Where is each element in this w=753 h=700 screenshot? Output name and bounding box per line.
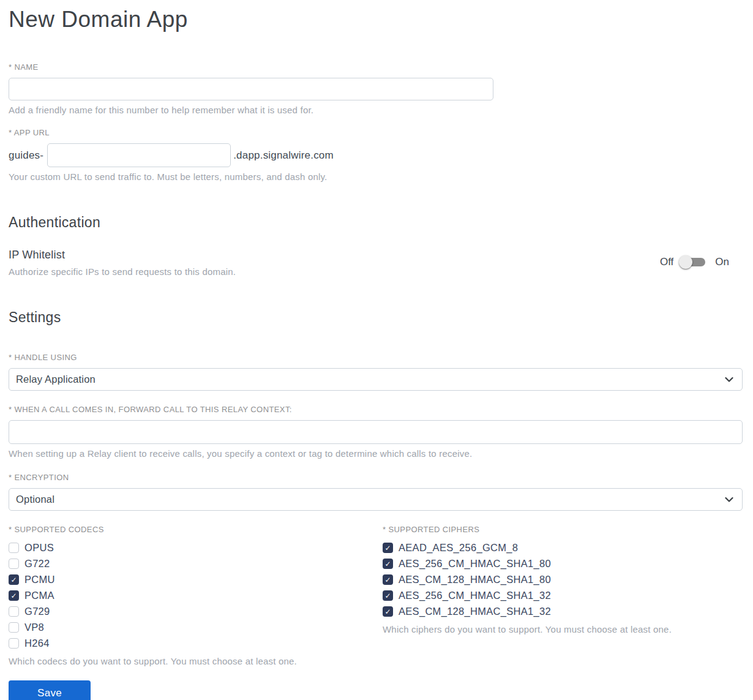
app-url-help-text: Your custom URL to send traffic to. Must…: [9, 171, 743, 182]
supported-ciphers-group: * SUPPORTED CIPHERS ✓AEAD_AES_256_GCM_8✓…: [383, 525, 743, 666]
checkbox-label: G722: [24, 558, 50, 570]
codec-option[interactable]: OPUS: [9, 543, 383, 553]
supported-ciphers-help-text: Which ciphers do you want to support. Yo…: [383, 624, 743, 634]
ip-whitelist-row: IP Whitelist Authorize specific IPs to s…: [9, 249, 743, 277]
checkbox-checked-icon[interactable]: ✓: [9, 574, 19, 585]
supported-codecs-help-text: Which codecs do you want to support. You…: [9, 656, 383, 666]
checkbox-label: PCMA: [24, 590, 54, 601]
encryption-selected-value: Optional: [16, 494, 54, 505]
checkbox-label: VP8: [24, 622, 44, 633]
name-input[interactable]: [9, 78, 493, 100]
page-title: New Domain App: [9, 6, 743, 33]
checkbox-label: AES_256_CM_HMAC_SHA1_80: [399, 558, 551, 570]
codec-option[interactable]: ✓PCMA: [9, 590, 383, 601]
save-button[interactable]: Save: [9, 680, 91, 700]
toggle-thumb[interactable]: [679, 255, 692, 269]
relay-context-label: * WHEN A CALL COMES IN, FORWARD CALL TO …: [9, 405, 743, 414]
settings-heading: Settings: [9, 309, 743, 326]
handle-using-field-group: * HANDLE USING Relay Application: [9, 353, 743, 391]
checkbox-label: OPUS: [24, 542, 54, 554]
name-help-text: Add a friendly name for this number to h…: [9, 105, 743, 115]
codecs-checklist: OPUSG722✓PCMU✓PCMAG729VP8H264: [9, 543, 383, 649]
codec-option[interactable]: G729: [9, 606, 383, 617]
checkbox-unchecked-icon[interactable]: [9, 543, 19, 553]
relay-context-input[interactable]: [9, 420, 743, 444]
ip-whitelist-label: IP Whitelist: [9, 249, 236, 262]
ip-whitelist-text: IP Whitelist Authorize specific IPs to s…: [9, 249, 236, 277]
cipher-option[interactable]: ✓AES_CM_128_HMAC_SHA1_80: [383, 574, 743, 585]
ip-whitelist-description: Authorize specific IPs to send requests …: [9, 266, 236, 277]
app-url-field-group: * APP URL guides- .dapp.signalwire.com Y…: [9, 128, 743, 182]
toggle-on-label: On: [715, 256, 729, 268]
supported-codecs-label: * SUPPORTED CODECS: [9, 525, 383, 534]
encryption-field-group: * ENCRYPTION Optional: [9, 473, 743, 511]
checkbox-unchecked-icon[interactable]: [9, 622, 19, 633]
checkbox-checked-icon[interactable]: ✓: [383, 559, 393, 569]
name-label: * NAME: [9, 62, 743, 72]
checkbox-label: PCMU: [24, 574, 55, 585]
handle-using-selected-value: Relay Application: [16, 374, 96, 385]
toggle-off-label: Off: [660, 256, 673, 268]
app-url-row: guides- .dapp.signalwire.com: [9, 143, 743, 167]
cipher-option[interactable]: ✓AES_256_CM_HMAC_SHA1_32: [383, 590, 743, 601]
codec-option[interactable]: ✓PCMU: [9, 574, 383, 585]
checkbox-label: AEAD_AES_256_GCM_8: [399, 542, 518, 554]
relay-context-help-text: When setting up a Relay client to receiv…: [9, 448, 743, 459]
supported-ciphers-label: * SUPPORTED CIPHERS: [383, 525, 743, 534]
app-url-suffix: .dapp.signalwire.com: [233, 149, 334, 162]
checkbox-unchecked-icon[interactable]: [9, 606, 19, 617]
checkbox-label: H264: [24, 638, 50, 649]
checkbox-checked-icon[interactable]: ✓: [383, 543, 393, 553]
handle-using-label: * HANDLE USING: [9, 353, 743, 362]
handle-using-select[interactable]: Relay Application: [9, 368, 743, 391]
checkbox-checked-icon[interactable]: ✓: [383, 590, 393, 601]
checkbox-checked-icon[interactable]: ✓: [383, 606, 393, 617]
checkbox-label: AES_CM_128_HMAC_SHA1_80: [399, 574, 551, 585]
app-url-prefix: guides-: [9, 149, 43, 162]
app-url-label: * APP URL: [9, 128, 743, 137]
app-url-input[interactable]: [47, 143, 231, 167]
cipher-option[interactable]: ✓AES_256_CM_HMAC_SHA1_80: [383, 559, 743, 569]
supported-codecs-group: * SUPPORTED CODECS OPUSG722✓PCMU✓PCMAG72…: [9, 525, 383, 666]
cipher-option[interactable]: ✓AEAD_AES_256_GCM_8: [383, 543, 743, 553]
checkbox-label: AES_CM_128_HMAC_SHA1_32: [399, 606, 551, 617]
toggle-switch-icon[interactable]: [682, 255, 705, 269]
ip-whitelist-toggle[interactable]: Off On: [660, 255, 729, 269]
checkbox-label: G729: [24, 606, 50, 617]
codec-option[interactable]: H264: [9, 638, 383, 649]
checkbox-unchecked-icon[interactable]: [9, 638, 19, 649]
codec-option[interactable]: VP8: [9, 622, 383, 633]
codec-option[interactable]: G722: [9, 559, 383, 569]
cipher-option[interactable]: ✓AES_CM_128_HMAC_SHA1_32: [383, 606, 743, 617]
codec-cipher-columns: * SUPPORTED CODECS OPUSG722✓PCMU✓PCMAG72…: [9, 525, 743, 666]
chevron-down-icon: [725, 497, 733, 502]
relay-context-field-group: * WHEN A CALL COMES IN, FORWARD CALL TO …: [9, 405, 743, 459]
ciphers-checklist: ✓AEAD_AES_256_GCM_8✓AES_256_CM_HMAC_SHA1…: [383, 543, 743, 617]
encryption-select[interactable]: Optional: [9, 488, 743, 511]
name-field-group: * NAME Add a friendly name for this numb…: [9, 62, 743, 115]
checkbox-checked-icon[interactable]: ✓: [383, 574, 393, 585]
checkbox-label: AES_256_CM_HMAC_SHA1_32: [399, 590, 551, 601]
checkbox-checked-icon[interactable]: ✓: [9, 590, 19, 601]
chevron-down-icon: [725, 377, 733, 382]
new-domain-app-page: New Domain App * NAME Add a friendly nam…: [0, 0, 753, 700]
checkbox-unchecked-icon[interactable]: [9, 559, 19, 569]
authentication-heading: Authentication: [9, 214, 743, 231]
encryption-label: * ENCRYPTION: [9, 473, 743, 482]
